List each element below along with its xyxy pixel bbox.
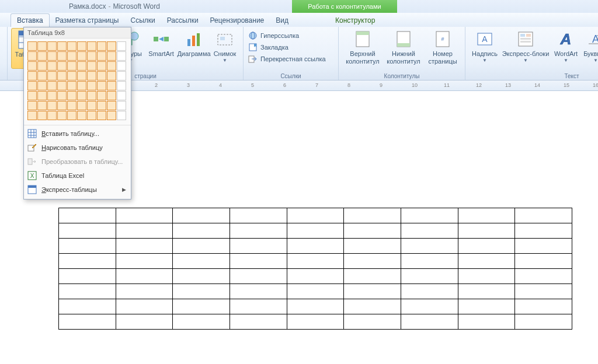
grid-cell[interactable] xyxy=(37,111,47,120)
grid-cell[interactable] xyxy=(67,101,77,110)
draw-table-menu[interactable]: Нарисовать таблицу xyxy=(24,141,131,155)
grid-cell[interactable] xyxy=(27,71,37,80)
grid-cell[interactable] xyxy=(87,71,96,80)
tab-designer[interactable]: Конструктор xyxy=(329,14,381,27)
grid-cell[interactable] xyxy=(67,71,77,80)
textbox-button[interactable]: A Надпись ▼ xyxy=(469,28,500,69)
table-cell[interactable] xyxy=(59,299,116,314)
grid-cell[interactable] xyxy=(87,91,96,100)
tab-insert[interactable]: Вставка xyxy=(11,13,50,27)
crossref-button[interactable]: Перекрестная ссылка xyxy=(247,54,335,64)
grid-cell[interactable] xyxy=(107,71,116,80)
insert-table-menu[interactable]: Вставить таблицу... xyxy=(24,127,131,141)
table-cell[interactable] xyxy=(344,208,401,223)
table-cell[interactable] xyxy=(116,223,173,239)
table-cell[interactable] xyxy=(458,269,515,284)
grid-cell[interactable] xyxy=(27,111,37,120)
table-cell[interactable] xyxy=(173,208,230,223)
table-cell[interactable] xyxy=(515,314,572,330)
grid-cell[interactable] xyxy=(97,41,106,51)
table-cell[interactable] xyxy=(173,299,230,314)
pagenumber-button[interactable]: # Номер страницы xyxy=(424,28,461,69)
grid-cell[interactable] xyxy=(77,41,86,51)
grid-cell[interactable] xyxy=(67,81,77,90)
grid-cell[interactable] xyxy=(67,91,77,100)
grid-cell[interactable] xyxy=(47,41,57,51)
table-cell[interactable] xyxy=(458,254,515,269)
grid-cell[interactable] xyxy=(107,91,116,100)
table-cell[interactable] xyxy=(116,269,173,284)
table-cell[interactable] xyxy=(59,223,116,239)
table-cell[interactable] xyxy=(59,239,116,254)
grid-cell[interactable] xyxy=(87,101,96,110)
table-cell[interactable] xyxy=(230,223,287,239)
grid-cell[interactable] xyxy=(117,41,126,51)
table-cell[interactable] xyxy=(401,299,458,314)
table-cell[interactable] xyxy=(287,208,344,223)
grid-cell[interactable] xyxy=(77,111,86,120)
table-cell[interactable] xyxy=(515,269,572,284)
table-cell[interactable] xyxy=(458,314,515,330)
grid-cell[interactable] xyxy=(27,101,37,110)
table-cell[interactable] xyxy=(173,223,230,239)
grid-cell[interactable] xyxy=(97,51,106,61)
grid-cell[interactable] xyxy=(87,51,96,61)
grid-cell[interactable] xyxy=(47,51,57,61)
grid-cell[interactable] xyxy=(37,101,47,110)
grid-cell[interactable] xyxy=(27,61,37,71)
table-cell[interactable] xyxy=(401,239,458,254)
grid-cell[interactable] xyxy=(77,51,86,61)
grid-cell[interactable] xyxy=(97,81,106,90)
grid-cell[interactable] xyxy=(77,101,86,110)
table-cell[interactable] xyxy=(59,208,116,223)
table-cell[interactable] xyxy=(401,284,458,299)
grid-cell[interactable] xyxy=(37,81,47,90)
table-cell[interactable] xyxy=(344,314,401,330)
table-cell[interactable] xyxy=(515,284,572,299)
table-cell[interactable] xyxy=(401,269,458,284)
grid-cell[interactable] xyxy=(117,91,126,100)
grid-cell[interactable] xyxy=(37,41,47,51)
grid-cell[interactable] xyxy=(97,61,106,71)
grid-cell[interactable] xyxy=(47,71,57,80)
grid-cell[interactable] xyxy=(47,61,57,71)
table-cell[interactable] xyxy=(116,208,173,223)
grid-cell[interactable] xyxy=(87,111,96,120)
table-cell[interactable] xyxy=(116,314,173,330)
document-table[interactable] xyxy=(58,208,572,330)
grid-cell[interactable] xyxy=(117,51,126,61)
grid-cell[interactable] xyxy=(57,71,67,80)
grid-cell[interactable] xyxy=(107,81,116,90)
tab-page-layout[interactable]: Разметка страницы xyxy=(50,14,125,27)
grid-cell[interactable] xyxy=(117,71,126,80)
excel-table-menu[interactable]: X Таблица Excel xyxy=(24,169,131,183)
table-cell[interactable] xyxy=(116,299,173,314)
grid-cell[interactable] xyxy=(97,111,106,120)
header-button[interactable]: Верхний колонтитул xyxy=(342,28,383,69)
grid-cell[interactable] xyxy=(27,81,37,90)
grid-cell[interactable] xyxy=(97,71,106,80)
grid-cell[interactable] xyxy=(67,111,77,120)
table-cell[interactable] xyxy=(230,269,287,284)
table-cell[interactable] xyxy=(287,254,344,269)
bookmark-button[interactable]: Закладка xyxy=(247,42,335,52)
table-cell[interactable] xyxy=(458,284,515,299)
table-cell[interactable] xyxy=(59,269,116,284)
table-cell[interactable] xyxy=(230,208,287,223)
grid-cell[interactable] xyxy=(47,81,57,90)
grid-cell[interactable] xyxy=(37,61,47,71)
grid-cell[interactable] xyxy=(97,91,106,100)
quickparts-button[interactable]: Экспресс-блоки ▼ xyxy=(500,28,551,69)
quick-tables-menu[interactable]: Экспресс-таблицы ▶ xyxy=(24,183,131,197)
table-cell[interactable] xyxy=(230,254,287,269)
grid-cell[interactable] xyxy=(47,111,57,120)
grid-cell[interactable] xyxy=(37,51,47,61)
table-cell[interactable] xyxy=(344,284,401,299)
tab-mailings[interactable]: Рассылки xyxy=(161,14,204,27)
table-cell[interactable] xyxy=(287,269,344,284)
table-cell[interactable] xyxy=(401,314,458,330)
grid-cell[interactable] xyxy=(67,41,77,51)
table-cell[interactable] xyxy=(230,314,287,330)
table-cell[interactable] xyxy=(401,208,458,223)
grid-cell[interactable] xyxy=(57,61,67,71)
